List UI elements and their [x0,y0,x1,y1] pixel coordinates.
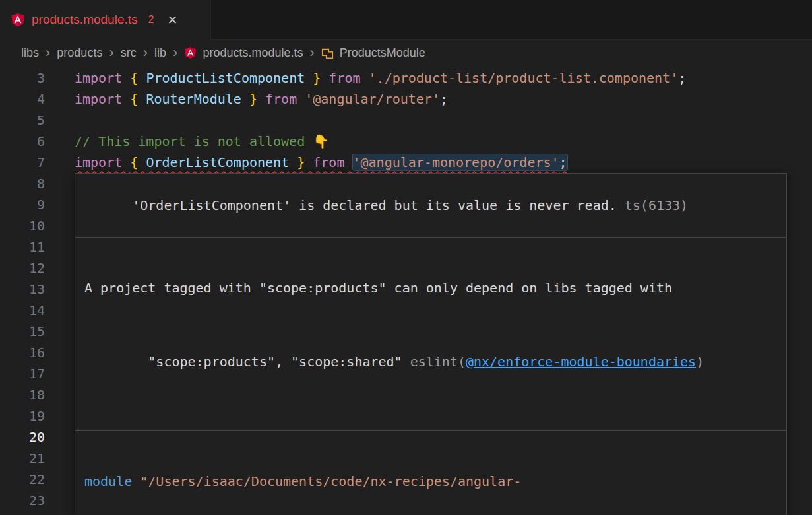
line-number: 9 [0,194,45,215]
tab-bar: products.module.ts 2 ✕ [0,0,812,40]
line-number: 23 [0,490,45,511]
eslint-rule-link[interactable]: @nx/enforce-module-boundaries [466,354,696,370]
tab-title: products.module.ts [32,13,138,27]
line-content [45,300,75,321]
line-number: 19 [0,405,45,427]
code-token: { [130,70,146,86]
line-number: 17 [0,363,45,384]
editor[interactable]: 3import { ProductListComponent } from '.… [0,66,812,514]
code-line[interactable]: 6// This import is not allowed 👇 [0,131,812,152]
code-token: } [289,154,305,170]
module-path-line1: "/Users/isaac/Documents/code/nx-recipes/… [132,473,521,489]
code-token: // This import is not allowed [75,133,313,149]
chevron-right-icon: › [45,46,51,60]
line-content [45,194,75,215]
code-token [321,70,328,86]
code-token: ; [678,70,686,86]
hover-popup: 'OrderListComponent' is declared but its… [75,173,787,515]
code-token: './product-list/product-list.component' [369,70,679,86]
chevron-right-icon: › [108,46,114,60]
code-token: import [75,70,130,86]
breadcrumb-item-libs[interactable]: libs [21,46,39,60]
line-number: 6 [0,131,45,152]
line-number: 14 [0,300,45,321]
diagnostic-ts: 'OrderListComponent' is declared but its… [75,174,786,238]
breadcrumb-item-file[interactable]: products.module.ts [203,46,303,60]
code-line[interactable]: 3import { ProductListComponent } from '.… [0,67,812,88]
line-number: 10 [0,215,45,236]
module-keyword: module [84,473,132,489]
diagnostic-ts-source: ts(6133) [625,197,688,213]
code-line[interactable]: 7import { OrderListComponent } from '@an… [0,152,812,173]
code-token: import [75,91,130,107]
code-token: ; [559,154,567,170]
hover-range-highlight: '@angular-monorepo/orders'; [353,154,567,170]
code-token [297,91,305,107]
code-token [257,91,265,107]
angular-icon [184,46,197,59]
chevron-right-icon: › [309,46,315,60]
line-number: 15 [0,321,45,342]
code-token: ; [440,91,448,107]
line-number: 16 [0,342,45,363]
diagnostic-ts-message: 'OrderListComponent' is declared but its… [132,197,617,213]
breadcrumb: libs › products › src › lib › products.m… [0,40,812,66]
code-token: OrderListComponent [146,154,289,170]
line-content [45,236,75,258]
line-content [45,215,75,236]
line-number: 5 [0,110,45,131]
chevron-right-icon: › [142,46,148,60]
code-line[interactable]: 4import { RouterModule } from '@angular/… [0,88,812,110]
code-token: '@angular-monorepo/orders' [353,154,559,170]
breadcrumb-item-lib[interactable]: lib [154,46,166,60]
line-content: import { RouterModule } from '@angular/r… [45,88,448,110]
code-token: RouterModule [146,91,241,107]
line-content: import { ProductListComponent } from './… [45,67,686,88]
eslint-source-prefix: eslint( [410,354,466,370]
line-number: 12 [0,258,45,279]
code-token: '@angular/router' [305,91,440,107]
module-path-block: module "/Users/isaac/Documents/code/nx-r… [75,431,786,515]
code-token: from [313,154,344,170]
code-token: { [130,154,146,170]
breadcrumb-item-products[interactable]: products [57,46,102,60]
line-content [45,279,75,300]
chevron-right-icon: › [172,46,178,60]
line-number: 11 [0,236,45,258]
tab-error-count: 2 [148,14,154,26]
diagnostic-eslint-message: "scope:products", "scope:shared" [148,354,402,370]
line-content: import { OrderListComponent } from '@ang… [45,152,567,173]
code-token [344,154,352,170]
breadcrumb-item-symbol[interactable]: ProductsModule [340,46,425,60]
diagnostic-eslint-line2: "scope:products", "scope:shared"eslint(@… [84,334,777,390]
close-icon[interactable]: ✕ [167,13,177,27]
line-number: 21 [0,448,45,469]
code-token [305,154,313,170]
code-token: ProductListComponent [146,70,305,86]
code-line[interactable]: 5 [0,110,812,131]
line-content [45,173,75,194]
line-number: 18 [0,384,45,405]
breadcrumb-item-src[interactable]: src [121,46,137,60]
line-number: 22 [0,469,45,490]
line-content [45,258,75,279]
code-token: import [75,154,130,170]
line-number: 8 [0,173,45,194]
code-token: } [305,70,321,86]
diagnostic-eslint-line1: A project tagged with "scope:products" c… [84,279,777,297]
code-token: { [130,91,146,107]
code-token: from [265,91,297,107]
line-content: // This import is not allowed 👇 [45,131,329,152]
code-token: } [241,91,257,107]
code-token [361,70,369,86]
code-token: 👇 [313,133,329,149]
code-token: from [328,70,360,86]
line-number: 20 [0,427,45,448]
tab-products-module[interactable]: products.module.ts 2 ✕ [0,0,211,40]
line-number: 7 [0,152,45,173]
diagnostic-eslint: A project tagged with "scope:products" c… [75,238,786,431]
line-content [45,110,75,131]
line-number: 13 [0,279,45,300]
line-number: 4 [0,88,45,110]
line-content [45,490,75,511]
